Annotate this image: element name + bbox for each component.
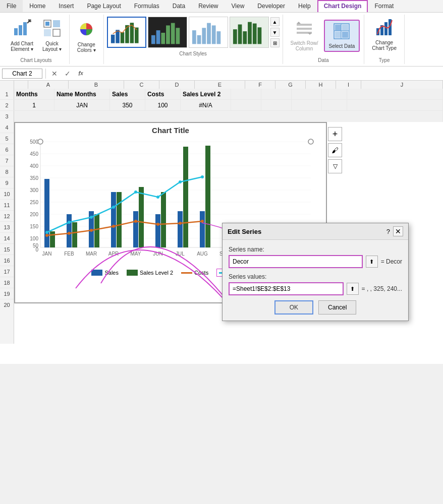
edit-series-ok-btn[interactable]: OK	[274, 300, 313, 314]
cell-h1[interactable]	[292, 89, 322, 99]
edit-series-cancel-btn[interactable]: Cancel	[318, 300, 356, 314]
chart-style-4[interactable]	[230, 17, 269, 48]
add-chart-element-label: Add ChartElement ▾	[11, 41, 33, 52]
cell-f1[interactable]	[231, 89, 261, 99]
svg-rect-22	[166, 25, 170, 44]
col-header-rownum	[14, 81, 28, 89]
tab-developer[interactable]: Developer	[251, 0, 292, 12]
chart-brush-btn[interactable]: 🖌	[328, 143, 342, 157]
cell-h2[interactable]	[292, 100, 322, 110]
row-num-20: 20	[0, 299, 14, 310]
svg-rect-15	[120, 32, 124, 43]
switch-row-column-label: Switch Row/Column	[291, 40, 318, 51]
chart-style-1[interactable]	[107, 17, 146, 48]
cell-g2[interactable]	[261, 100, 292, 110]
tab-view[interactable]: View	[225, 0, 251, 12]
chart-styles-scroll-up[interactable]: ▲	[270, 17, 280, 26]
name-box[interactable]	[2, 69, 42, 79]
svg-rect-46	[342, 32, 348, 38]
col-header-g[interactable]: G	[275, 81, 306, 89]
series-values-input[interactable]	[229, 282, 344, 295]
col-header-e[interactable]: E	[195, 81, 245, 89]
tab-home[interactable]: Home	[23, 0, 52, 12]
svg-text:400: 400	[30, 163, 38, 169]
tab-review[interactable]: Review	[192, 0, 225, 12]
tab-formulas[interactable]: Formulas	[128, 0, 166, 12]
svg-point-101	[90, 216, 93, 219]
col-header-d[interactable]: D	[159, 81, 195, 89]
col-header-h[interactable]: H	[306, 81, 336, 89]
col-header-j[interactable]: J	[361, 81, 443, 89]
formula-cancel-btn[interactable]: ✕	[49, 68, 60, 79]
change-chart-type-button[interactable]: ChangeChart Type	[368, 16, 400, 53]
add-chart-element-button[interactable]: Add ChartElement ▾	[7, 17, 37, 54]
svg-rect-28	[207, 23, 211, 44]
series-values-row: ⬆ = , , 325, 240...	[229, 282, 402, 295]
col-header-f[interactable]: F	[245, 81, 275, 89]
tab-insert[interactable]: Insert	[52, 0, 80, 12]
switch-row-column-button[interactable]: Switch Row/Column	[287, 17, 322, 54]
row-num-17: 17	[0, 266, 14, 277]
svg-rect-10	[53, 29, 60, 36]
cell-d1[interactable]: Costs	[145, 89, 181, 99]
row-num-5: 5	[0, 133, 14, 144]
chart-style-3[interactable]	[189, 17, 228, 48]
svg-text:300: 300	[30, 187, 38, 193]
svg-rect-16	[125, 25, 129, 43]
chart-styles-scroll-expand[interactable]: ⊞	[270, 38, 280, 47]
col-header-b[interactable]: B	[69, 81, 124, 89]
cell-j1[interactable]	[347, 89, 443, 99]
cell-e2[interactable]: #N/A	[181, 100, 231, 110]
chart-style-2[interactable]	[148, 17, 187, 48]
row-num-6: 6	[0, 144, 14, 155]
tab-file[interactable]: File	[0, 0, 23, 12]
col-header-c[interactable]: C	[124, 81, 159, 89]
chart-styles-label: Chart Styles	[107, 49, 280, 56]
row-num-15: 15	[0, 244, 14, 255]
ribbon-group-change-colors: ChangeColors ▾	[70, 15, 104, 64]
svg-rect-2	[23, 22, 27, 35]
edit-series-close-btn[interactable]: ✕	[393, 226, 403, 236]
legend-costs-label: Costs	[194, 270, 208, 276]
formula-confirm-btn[interactable]: ✓	[62, 68, 73, 79]
col-header-a[interactable]: A	[28, 81, 69, 89]
cell-a2[interactable]: 1	[14, 100, 54, 110]
row-num-16: 16	[0, 255, 14, 266]
cell-f2[interactable]	[231, 100, 261, 110]
change-colors-button[interactable]: ChangeColors ▾	[74, 18, 99, 55]
cell-i1[interactable]	[322, 89, 347, 99]
tab-data[interactable]: Data	[166, 0, 192, 12]
series-name-ref-btn[interactable]: ⬆	[366, 256, 378, 268]
svg-point-97	[179, 222, 182, 225]
select-data-button[interactable]: Select Data	[324, 20, 360, 52]
tab-format[interactable]: Format	[368, 0, 400, 12]
cell-b1[interactable]: Name Months	[54, 89, 110, 99]
cell-j2[interactable]	[347, 100, 443, 110]
formula-input[interactable]	[88, 69, 441, 78]
cell-b2[interactable]: JAN	[54, 100, 110, 110]
series-values-ref-btn[interactable]: ⬆	[347, 283, 359, 295]
cell-i2[interactable]	[322, 100, 347, 110]
row-num-13: 13	[0, 222, 14, 233]
edit-series-help-btn[interactable]: ?	[386, 228, 390, 235]
chart-styles-row: ▲ ▼ ⊞	[107, 17, 280, 48]
tab-chart-design[interactable]: Chart Design	[317, 0, 368, 12]
formula-insert-btn[interactable]: fx	[75, 68, 86, 79]
col-header-i[interactable]: I	[336, 81, 361, 89]
cell-d2[interactable]: 100	[145, 100, 181, 110]
cell-g1[interactable]	[261, 89, 292, 99]
chart-add-element-btn[interactable]: +	[328, 127, 342, 141]
quick-layout-button[interactable]: QuickLayout ▾	[39, 17, 65, 54]
cell-a1[interactable]: Months	[14, 89, 54, 99]
tab-page-layout[interactable]: Page Layout	[80, 0, 127, 12]
cell-c2[interactable]: 350	[110, 100, 145, 110]
chart-styles-scroll-down[interactable]: ▼	[270, 28, 280, 37]
chart-filter-btn[interactable]: ▽	[328, 159, 342, 173]
cell-c1[interactable]: Sales	[110, 89, 145, 99]
tab-help[interactable]: Help	[292, 0, 317, 12]
svg-rect-51	[384, 22, 387, 35]
series-name-input[interactable]	[229, 255, 363, 268]
cell-e1[interactable]: Sales Level 2	[181, 89, 231, 99]
svg-rect-1	[19, 25, 22, 35]
row-num-11: 11	[0, 200, 14, 211]
